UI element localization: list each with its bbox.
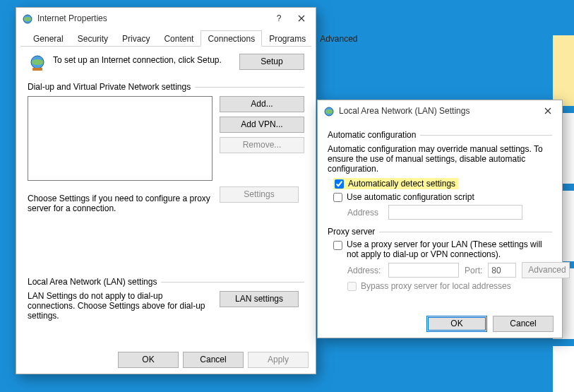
cancel-button[interactable]: Cancel — [493, 316, 554, 332]
automatic-config-paragraph: Automatic configuration may override man… — [328, 144, 552, 174]
window-title: Local Area Network (LAN) Settings — [339, 106, 537, 116]
cancel-button[interactable]: Cancel — [183, 352, 244, 368]
dialog-footer: OK Cancel Apply — [118, 352, 309, 368]
use-proxy-checkbox[interactable] — [333, 241, 342, 250]
tab-programs[interactable]: Programs — [262, 30, 313, 47]
add-button[interactable]: Add... — [220, 96, 304, 112]
script-address-row: Address — [347, 205, 552, 220]
lan-settings-window: Local Area Network (LAN) Settings Automa… — [317, 100, 563, 338]
divider — [195, 87, 304, 88]
tab-content-area: To set up an Internet connection, click … — [16, 47, 316, 323]
tab-content[interactable]: Content — [157, 30, 201, 47]
lan-heading: Local Area Network (LAN) settings — [28, 277, 157, 287]
divider — [161, 282, 304, 283]
svg-rect-6 — [32, 68, 42, 71]
setup-button[interactable]: Setup — [239, 54, 304, 70]
tab-privacy[interactable]: Privacy — [115, 30, 157, 47]
internet-options-icon — [323, 105, 335, 117]
titlebar[interactable]: Local Area Network (LAN) Settings — [318, 100, 562, 121]
settings-button: Settings — [220, 186, 299, 203]
proxy-address-row: Address: Port: Advanced — [347, 262, 552, 278]
tab-advanced[interactable]: Advanced — [313, 30, 364, 47]
tabs-row: General Security Privacy Content Connect… — [20, 29, 311, 47]
lan-description-text: LAN Settings do not apply to dial-up con… — [28, 291, 213, 321]
svg-point-1 — [23, 17, 32, 21]
close-button[interactable] — [537, 102, 559, 120]
svg-point-8 — [325, 109, 333, 114]
ok-button[interactable]: OK — [118, 352, 179, 368]
titlebar[interactable]: Internet Properties ? — [16, 8, 316, 29]
choose-settings-text: Choose Settings if you need to configure… — [28, 194, 213, 213]
advanced-button: Advanced — [522, 262, 570, 278]
tab-security[interactable]: Security — [71, 30, 115, 47]
automatic-config-heading: Automatic configuration — [328, 130, 416, 140]
auto-detect-checkbox-row[interactable]: Automatically detect settings — [333, 178, 458, 189]
auto-script-checkbox[interactable] — [333, 193, 342, 202]
lan-dialog-body: Automatic configuration Automatic config… — [318, 121, 562, 297]
add-vpn-button[interactable]: Add VPN... — [220, 117, 304, 133]
dialup-connections-listbox[interactable] — [28, 96, 213, 181]
proxy-address-label: Address: — [347, 266, 383, 275]
close-button[interactable] — [290, 9, 313, 28]
setup-instruction-text: To set up an Internet connection, click … — [53, 54, 234, 65]
tab-general[interactable]: General — [26, 30, 71, 47]
bypass-checkbox-row: Bypass proxy server for local addresses — [347, 281, 552, 291]
divider — [379, 232, 552, 232]
use-proxy-checkbox-row[interactable]: Use a proxy server for your LAN (These s… — [333, 239, 552, 259]
bypass-checkbox — [347, 282, 357, 291]
auto-script-label: Use automatic configuration script — [347, 192, 474, 202]
apply-button: Apply — [248, 352, 309, 368]
script-address-input — [388, 205, 522, 220]
window-title: Internet Properties — [37, 13, 268, 23]
divider — [420, 135, 552, 136]
lan-settings-button[interactable]: LAN settings — [220, 291, 299, 307]
proxy-port-label: Port: — [465, 266, 482, 275]
internet-properties-window: Internet Properties ? General Security P… — [16, 7, 316, 374]
proxy-heading: Proxy server — [328, 227, 375, 237]
auto-script-checkbox-row[interactable]: Use automatic configuration script — [333, 192, 552, 202]
dialog-footer: OK Cancel — [426, 316, 554, 332]
dialup-heading: Dial-up and Virtual Private Network sett… — [28, 82, 191, 92]
internet-options-icon — [22, 13, 33, 24]
auto-detect-checkbox[interactable] — [335, 179, 344, 189]
proxy-port-input — [488, 263, 516, 278]
use-proxy-label: Use a proxy server for your LAN (These s… — [347, 239, 552, 259]
globe-plug-icon — [28, 54, 47, 73]
proxy-address-input — [388, 263, 459, 278]
bypass-label: Bypass proxy server for local addresses — [361, 281, 511, 291]
auto-detect-label: Automatically detect settings — [348, 179, 455, 189]
svg-point-4 — [31, 59, 44, 65]
remove-button: Remove... — [220, 137, 304, 153]
address-label: Address — [347, 208, 383, 218]
help-button[interactable]: ? — [268, 9, 290, 28]
ok-button[interactable]: OK — [426, 316, 487, 332]
tab-connections[interactable]: Connections — [201, 30, 262, 47]
